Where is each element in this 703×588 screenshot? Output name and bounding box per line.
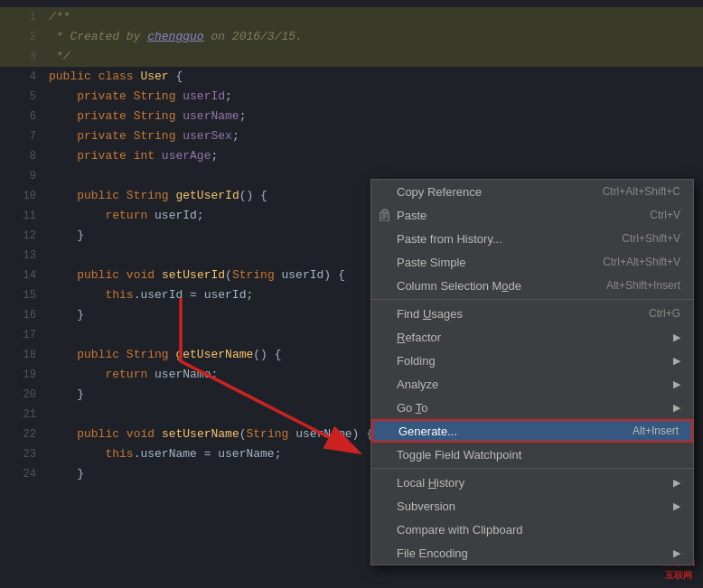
code-line-5: 5 private String userId ; [0,87,703,107]
menu-item-compare-clipboard[interactable]: Compare with Clipboard [371,518,693,541]
menu-item-analyze[interactable]: Analyze ▶ [371,372,693,396]
menu-separator-1 [371,299,693,300]
menu-shortcut: Ctrl+Shift+V [622,232,680,245]
code-line-6: 6 private String userName ; [0,107,703,126]
submenu-arrow: ▶ [673,477,680,489]
svg-rect-2 [382,210,388,213]
menu-item-label: File Encoding [397,546,468,560]
menu-item-label: Go To [397,401,427,415]
submenu-arrow: ▶ [673,402,680,414]
menu-item-toggle-field[interactable]: Toggle Field Watchpoint [371,443,693,466]
code-line-4: 4 public class User { [0,67,703,87]
code-line-2: 2 * Created by chengguo on 2016/3/15. [0,27,703,47]
paste-icon [377,207,393,223]
code-line-3: 3 */ [0,47,703,67]
menu-item-find-usages[interactable]: Find Usages Ctrl+G [371,302,693,325]
menu-item-label: Find Usages [397,307,463,321]
context-menu: Copy Reference Ctrl+Alt+Shift+C Paste Ct… [370,179,694,565]
menu-item-label: Paste from History... [397,232,502,246]
menu-item-label: Generate... [398,425,457,438]
menu-item-label: Subversion [397,499,455,513]
submenu-arrow: ▶ [673,378,680,390]
menu-item-label: Paste [397,209,426,222]
submenu-arrow: ▶ [673,547,680,559]
code-editor: 1 /** 2 * Created by chengguo on 2016/3/… [0,0,703,588]
menu-item-local-history[interactable]: Local History ▶ [371,471,693,494]
menu-item-label: Copy Reference [397,185,482,199]
menu-item-paste-simple[interactable]: Paste Simple Ctrl+Alt+Shift+V [371,250,693,274]
menu-shortcut: Ctrl+V [650,209,680,221]
menu-item-column-selection[interactable]: Column Selection Mode Alt+Shift+Insert [371,274,693,297]
code-line-1: 1 /** [0,7,703,27]
submenu-arrow: ▶ [673,331,680,343]
menu-item-file-encoding[interactable]: File Encoding ▶ [371,541,693,565]
code-line-7: 7 private String userSex ; [0,126,703,146]
menu-item-label: Analyze [397,378,438,391]
submenu-arrow: ▶ [673,500,680,512]
menu-item-label: Toggle Field Watchpoint [397,448,521,462]
menu-item-folding[interactable]: Folding ▶ [371,349,693,372]
menu-item-paste-history[interactable]: Paste from History... Ctrl+Shift+V [371,227,693,250]
menu-item-label: Column Selection Mode [397,279,521,293]
menu-item-copy-reference[interactable]: Copy Reference Ctrl+Alt+Shift+C [371,180,693,203]
menu-item-refactor[interactable]: Refactor ▶ [371,325,693,349]
menu-item-generate[interactable]: Generate... Alt+Insert [371,419,693,443]
watermark-sub: 互联网 [662,570,696,581]
menu-item-label: Compare with Clipboard [397,523,522,537]
menu-shortcut: Ctrl+Alt+Shift+C [603,185,680,198]
menu-shortcut: Ctrl+Alt+Shift+V [603,256,680,268]
submenu-arrow: ▶ [673,355,680,367]
menu-item-label: Folding [397,354,436,368]
code-line-8: 8 private int userAge ; [0,146,703,166]
menu-item-paste[interactable]: Paste Ctrl+V [371,203,693,227]
menu-shortcut: Ctrl+G [649,307,680,320]
menu-item-goto[interactable]: Go To ▶ [371,396,693,419]
menu-shortcut: Alt+Insert [633,425,679,437]
menu-item-label: Refactor [397,331,441,344]
menu-item-label: Paste Simple [397,256,466,269]
menu-shortcut: Alt+Shift+Insert [606,279,680,292]
menu-item-subversion[interactable]: Subversion ▶ [371,494,693,518]
menu-separator-2 [371,468,693,469]
menu-item-label: Local History [397,476,464,490]
